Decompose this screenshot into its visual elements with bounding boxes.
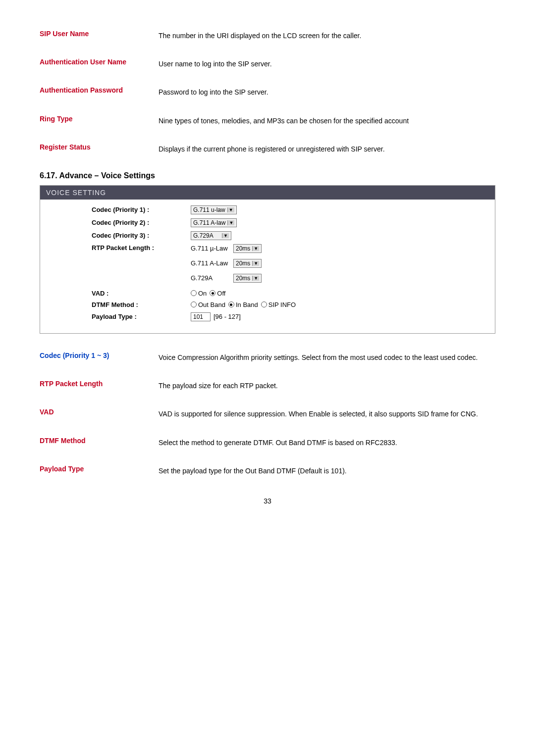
dtmf-sipinfo-radio[interactable]: SIP INFO <box>261 301 296 308</box>
codec-priority-1-row: Codec (Priority 1) : G.711 u-law ▼ <box>52 205 483 214</box>
dtmf-method-label: DTMF Method : <box>52 301 191 308</box>
radio-icon <box>210 290 215 296</box>
rtp-729a-value: 20ms <box>236 275 250 282</box>
chevron-down-icon: ▼ <box>227 207 234 212</box>
rtp-packet-length-row: RTP Packet Length : G.711 µ-Law 20ms ▼ G… <box>52 244 483 286</box>
rtp-packet-length-label: RTP Packet Length : <box>52 244 191 252</box>
voice-setting-panel: VOICE SETTING Codec (Priority 1) : G.711… <box>40 185 495 334</box>
row-register-status: Register Status Displays if the current … <box>40 143 495 155</box>
radio-icon <box>261 302 267 307</box>
row-rtp-packet-length: RTP Packet Length The payload size for e… <box>40 380 495 392</box>
codec-priority-3-value: G.729A <box>193 232 214 239</box>
desc-vad: VAD is supported for silence suppression… <box>159 408 478 420</box>
codec-priority-1-value: G.711 u-law <box>193 206 225 213</box>
rtp-729a-row: G.729A 20ms ▼ <box>191 274 262 283</box>
row-vad: VAD VAD is supported for silence suppres… <box>40 408 495 420</box>
page-number: 33 <box>40 497 495 505</box>
payload-type-label: Payload Type : <box>52 313 191 320</box>
label-payload-type: Payload Type <box>40 465 159 473</box>
desc-codec-priority: Voice Compression Algorithm priority set… <box>159 352 478 364</box>
radio-icon <box>228 302 234 307</box>
label-vad: VAD <box>40 408 159 416</box>
label-auth-password: Authentication Password <box>40 86 159 94</box>
codec-priority-3-label: Codec (Priority 3) : <box>52 232 191 239</box>
row-ring-type: Ring Type Nine types of tones, melodies,… <box>40 115 495 127</box>
rtp-ulaw-label: G.711 µ-Law <box>191 245 230 252</box>
voice-setting-body: Codec (Priority 1) : G.711 u-law ▼ Codec… <box>40 200 495 333</box>
label-dtmf-method: DTMF Method <box>40 437 159 445</box>
desc-ring-type: Nine types of tones, melodies, and MP3s … <box>159 115 409 127</box>
dtmf-inband-label: In Band <box>236 301 258 308</box>
dtmf-method-row: DTMF Method : Out Band In Band SIP INFO <box>52 301 483 308</box>
codec-priority-1-label: Codec (Priority 1) : <box>52 206 191 213</box>
desc-payload-type: Set the payload type for the Out Band DT… <box>159 465 347 477</box>
label-auth-user-name: Authentication User Name <box>40 58 159 66</box>
row-sip-user-name: SIP User Name The number in the URI disp… <box>40 30 495 42</box>
payload-type-input[interactable] <box>191 312 211 321</box>
chevron-down-icon: ▼ <box>252 246 259 251</box>
vad-radio-group: On Off <box>191 290 225 297</box>
rtp-ulaw-value: 20ms <box>236 245 250 252</box>
dtmf-radio-group: Out Band In Band SIP INFO <box>191 301 296 308</box>
rtp-729a-label: G.729A <box>191 274 230 282</box>
chevron-down-icon: ▼ <box>252 261 259 266</box>
dtmf-outband-radio[interactable]: Out Band <box>191 301 225 308</box>
vad-label: VAD : <box>52 290 191 297</box>
codec-priority-2-row: Codec (Priority 2) : G.711 A-law ▼ <box>52 218 483 227</box>
rtp-alaw-select[interactable]: 20ms ▼ <box>233 259 262 268</box>
section-heading: 6.17. Advance – Voice Settings <box>40 171 495 180</box>
desc-register-status: Displays if the current phone is registe… <box>159 143 385 155</box>
row-dtmf-method: DTMF Method Select the method to generat… <box>40 437 495 449</box>
row-auth-password: Authentication Password Password to log … <box>40 86 495 99</box>
codec-priority-3-row: Codec (Priority 3) : G.729A ▼ <box>52 231 483 240</box>
desc-rtp-packet-length: The payload size for each RTP packet. <box>159 380 278 392</box>
codec-priority-2-value: G.711 A-law <box>193 219 225 226</box>
codec-priority-2-label: Codec (Priority 2) : <box>52 219 191 226</box>
label-codec-priority: Codec (Priority 1 ~ 3) <box>40 352 159 359</box>
chevron-down-icon: ▼ <box>222 233 229 238</box>
label-register-status: Register Status <box>40 143 159 151</box>
rtp-ulaw-row: G.711 µ-Law 20ms ▼ <box>191 244 262 253</box>
codec-priority-3-select[interactable]: G.729A ▼ <box>191 231 231 240</box>
dtmf-outband-label: Out Band <box>198 301 225 308</box>
dtmf-inband-radio[interactable]: In Band <box>228 301 258 308</box>
vad-off-label: Off <box>217 290 225 297</box>
rtp-alaw-value: 20ms <box>236 260 250 267</box>
dtmf-sipinfo-label: SIP INFO <box>268 301 296 308</box>
desc-auth-user-name: User name to log into the SIP server. <box>159 58 272 70</box>
label-sip-user-name: SIP User Name <box>40 30 159 38</box>
label-rtp-packet-length: RTP Packet Length <box>40 380 159 388</box>
row-auth-user-name: Authentication User Name User name to lo… <box>40 58 495 70</box>
rtp-alaw-label: G.711 A-Law <box>191 259 230 267</box>
codec-priority-2-select[interactable]: G.711 A-law ▼ <box>191 218 237 227</box>
payload-range-text: [96 - 127] <box>214 313 241 320</box>
vad-on-radio[interactable]: On <box>191 290 207 297</box>
codec-priority-1-select[interactable]: G.711 u-law ▼ <box>191 205 237 214</box>
desc-sip-user-name: The number in the URI displayed on the L… <box>159 30 361 42</box>
label-ring-type: Ring Type <box>40 115 159 123</box>
vad-row: VAD : On Off <box>52 290 483 297</box>
row-codec-priority: Codec (Priority 1 ~ 3) Voice Compression… <box>40 352 495 364</box>
desc-auth-password: Password to log into the SIP server. <box>159 86 268 99</box>
row-payload-type: Payload Type Set the payload type for th… <box>40 465 495 477</box>
rtp-alaw-row: G.711 A-Law 20ms ▼ <box>191 259 262 268</box>
voice-setting-header: VOICE SETTING <box>40 186 495 200</box>
radio-icon <box>191 302 197 307</box>
rtp-729a-select[interactable]: 20ms ▼ <box>233 274 262 283</box>
radio-icon <box>191 290 197 296</box>
chevron-down-icon: ▼ <box>252 276 259 281</box>
vad-on-label: On <box>198 290 207 297</box>
vad-off-radio[interactable]: Off <box>210 290 225 297</box>
desc-dtmf-method: Select the method to generate DTMF. Out … <box>159 437 397 449</box>
payload-type-row: Payload Type : [96 - 127] <box>52 312 483 321</box>
chevron-down-icon: ▼ <box>227 220 234 225</box>
rtp-ulaw-select[interactable]: 20ms ▼ <box>233 244 262 253</box>
